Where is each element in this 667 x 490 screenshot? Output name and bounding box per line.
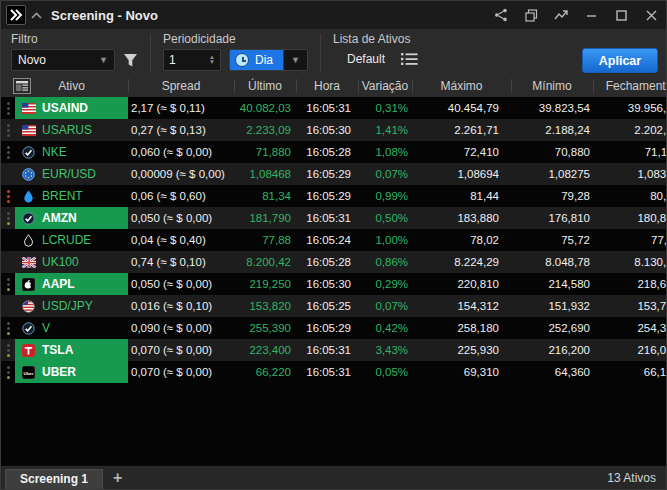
column-header-ativo[interactable]: Ativo (15, 75, 128, 97)
table-row[interactable]: UK1000,74 (≈ $ 0,10)8.200,4216:05:280,86… (1, 251, 667, 273)
table-row[interactable]: LCRUDE0,04 (≈ $ 0,40)77,8816:05:241,00%7… (1, 229, 667, 251)
status-dot-icon (7, 283, 10, 286)
row-status-dots (1, 163, 15, 185)
variacao-cell: 1,41% (358, 119, 412, 141)
asset-cell[interactable]: USAIND (15, 97, 128, 119)
table-row[interactable]: USAIND2,17 (≈ $ 0,11)40.082,0316:05:310,… (1, 97, 667, 119)
table-row[interactable]: UberUBER0,070 (≈ $ 0,00)66,22016:05:310,… (1, 361, 667, 383)
maximo-cell: 72,410 (412, 141, 511, 163)
ultimo-cell: 2.233,09 (234, 119, 296, 141)
asset-name: USARUS (42, 123, 92, 137)
hora-cell: 16:05:28 (296, 251, 358, 273)
minimo-cell: 216,200 (511, 339, 593, 361)
period-unit-select[interactable]: Dia ▼ (229, 49, 308, 71)
minimo-cell: 79,28 (511, 185, 593, 207)
asset-cell[interactable]: UK100 (15, 251, 128, 273)
spinner-arrows-icon[interactable]: ▲▼ (209, 55, 215, 65)
status-dot-icon (7, 146, 10, 149)
asset-cell[interactable]: NKE (15, 141, 128, 163)
table-row[interactable]: V0,090 (≈ $ 0,00)255,39016:05:290,42%258… (1, 317, 667, 339)
ultimo-cell: 219,250 (234, 273, 296, 295)
column-header-varia-o[interactable]: Variação (358, 75, 412, 97)
status-dot-icon (7, 134, 10, 137)
table-row[interactable]: BRENT0,06 (≈ $ 0,60)81,3416:05:290,99%81… (1, 185, 667, 207)
row-status-dots (1, 273, 15, 295)
asset-cell[interactable]: USD/JPY (15, 295, 128, 317)
column-header-m-ximo[interactable]: Máximo (412, 75, 511, 97)
minimo-cell: 252,690 (511, 317, 593, 339)
variacao-cell: 0,86% (358, 251, 412, 273)
table-row[interactable]: EUR/USD0,00009 (≈ $ 0,00)1,0846816:05:29… (1, 163, 667, 185)
column-header--ltimo[interactable]: Último (234, 75, 296, 97)
status-dot-icon (7, 129, 10, 132)
us-flag-icon (21, 103, 36, 114)
column-header-hora[interactable]: Hora (296, 75, 358, 97)
asset-cell[interactable]: UberUBER (15, 361, 128, 383)
trend-icon[interactable] (546, 1, 576, 29)
maximo-cell: 154,312 (412, 295, 511, 317)
ultimo-cell: 81,34 (234, 185, 296, 207)
filtro-select[interactable]: Novo ▼ (11, 49, 115, 71)
add-tab-button[interactable]: + (113, 470, 122, 486)
tab-screening-1[interactable]: Screening 1 (5, 469, 103, 489)
check-circle-icon (21, 146, 36, 159)
spread-cell: 0,060 (≈ $ 0,00) (128, 141, 234, 163)
fechamento-cell: 71,110 (593, 141, 667, 163)
asset-cell[interactable]: AAPL (15, 273, 128, 295)
share-icon[interactable] (486, 1, 516, 29)
asset-cell[interactable]: TSLA (15, 339, 128, 361)
ultimo-cell: 77,88 (234, 229, 296, 251)
status-dot-icon (7, 354, 10, 357)
asset-cell[interactable]: V (15, 317, 128, 339)
apply-button[interactable]: Aplicar (582, 48, 658, 73)
collapse-chevron-icon[interactable] (31, 12, 42, 19)
svg-text:Uber: Uber (23, 370, 33, 375)
minimize-icon[interactable] (576, 1, 606, 29)
ultimo-cell: 255,390 (234, 317, 296, 339)
asset-name: EUR/USD (42, 167, 96, 181)
column-header-fechamento[interactable]: Fechamento (593, 75, 667, 97)
row-status-dots (1, 119, 15, 141)
row-status-dots (1, 295, 15, 317)
row-status-dots (1, 251, 15, 273)
chevron-down-icon[interactable]: ▼ (283, 50, 307, 70)
status-dot-icon (7, 156, 10, 159)
period-value-input[interactable]: 1 ▲▼ (163, 49, 221, 71)
maximo-cell: 1,08694 (412, 163, 511, 185)
maximize-icon[interactable] (606, 1, 636, 29)
hora-cell: 16:05:28 (296, 141, 358, 163)
table-row[interactable]: USD/JPY0,016 (≈ $ 0,10)153,82016:05:250,… (1, 295, 667, 317)
lista-value[interactable]: Default (333, 49, 385, 66)
duplicate-icon[interactable] (516, 1, 546, 29)
toolbar-separator (320, 34, 321, 72)
asset-cell[interactable]: AMZN (15, 207, 128, 229)
column-header-spread[interactable]: Spread (128, 75, 234, 97)
hora-cell: 16:05:31 (296, 361, 358, 383)
table-row[interactable]: NKE0,060 (≈ $ 0,00)71,88016:05:281,08%72… (1, 141, 667, 163)
asset-name: V (42, 321, 50, 335)
asset-cell[interactable]: BRENT (15, 185, 128, 207)
table-row[interactable]: TSLA0,070 (≈ $ 0,00)223,40016:05:313,43%… (1, 339, 667, 361)
filter-funnel-icon[interactable] (123, 53, 138, 68)
window-title: Screening - Novo (51, 8, 158, 23)
app-logo-icon (6, 5, 26, 25)
hora-cell: 16:05:29 (296, 317, 358, 339)
variacao-cell: 0,07% (358, 295, 412, 317)
status-dot-icon (7, 222, 10, 225)
variacao-cell: 0,05% (358, 361, 412, 383)
table-row[interactable]: USARUS0,27 (≈ $ 0,13)2.233,0916:05:301,4… (1, 119, 667, 141)
asset-cell[interactable]: EUR/USD (15, 163, 128, 185)
column-header-m-nimo[interactable]: Mínimo (511, 75, 593, 97)
minimo-cell: 70,880 (511, 141, 593, 163)
status-dot-icon (7, 124, 10, 127)
close-icon[interactable] (636, 1, 666, 29)
asset-name: AAPL (42, 277, 75, 291)
table-row[interactable]: AMZN0,050 (≈ $ 0,00)181,79016:05:310,50%… (1, 207, 667, 229)
status-dot-icon (7, 371, 10, 374)
asset-cell[interactable]: LCRUDE (15, 229, 128, 251)
table-row[interactable]: AAPL0,050 (≈ $ 0,00)219,25016:05:300,29%… (1, 273, 667, 295)
table-layout-button[interactable] (1, 75, 15, 97)
asset-list-icon[interactable] (401, 50, 418, 66)
asset-cell[interactable]: USARUS (15, 119, 128, 141)
water-drop-icon (21, 190, 36, 203)
